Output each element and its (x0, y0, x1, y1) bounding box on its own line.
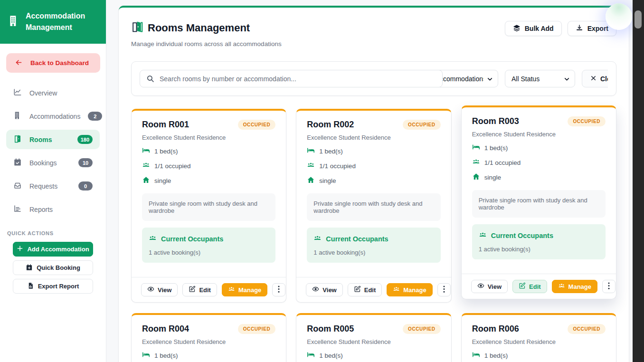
room-card: Room R005 OCCUPIED Excellence Student Re… (296, 313, 451, 362)
room-card: Room R003 OCCUPIED Excellence Student Re… (461, 105, 616, 299)
arrow-left-icon (15, 58, 23, 68)
manage-button[interactable]: Manage (552, 280, 597, 293)
sidebar-item-label: Reports (29, 206, 93, 213)
users-icon (393, 286, 400, 294)
file-report-icon (27, 282, 34, 291)
bulk-add-button[interactable]: Bulk Add (505, 21, 562, 36)
room-card: Room R002 OCCUPIED Excellence Student Re… (296, 109, 451, 303)
room-residence: Excellence Student Residence (142, 338, 275, 345)
edit-button[interactable]: Edit (348, 283, 382, 296)
calendar-check-icon (13, 158, 22, 168)
kebab-menu-icon (608, 282, 610, 291)
view-label: View (158, 286, 171, 294)
room-occupancy: 1/1 occupied (484, 159, 521, 166)
nav-badge: 2 (88, 112, 102, 121)
more-actions-button[interactable] (272, 283, 285, 296)
edit-button[interactable]: Edit (512, 280, 547, 293)
edit-label: Edit (364, 286, 376, 294)
view-button[interactable]: View (471, 280, 508, 293)
rooms-grid: Room R001 OCCUPIED Excellence Student Re… (131, 109, 616, 362)
bulk-add-label: Bulk Add (525, 25, 554, 32)
sidebar: Accommodation Management Back to Dashboa… (0, 0, 106, 362)
users-icon (472, 158, 480, 167)
quick-actions-heading: QUICK ACTIONS (7, 230, 106, 236)
manage-button[interactable]: Manage (222, 283, 267, 296)
sidebar-item-label: Accommodations (29, 113, 80, 120)
building-icon (13, 111, 22, 121)
building-icon (8, 15, 20, 29)
sidebar-item-label: Overview (29, 89, 93, 97)
nav-badge: 10 (78, 158, 93, 167)
status-badge: OCCUPIED (403, 324, 441, 334)
layers-icon (513, 24, 521, 33)
sidebar-item-overview[interactable]: Overview (6, 83, 100, 103)
quick-booking-label: Quick Booking (37, 264, 80, 271)
room-beds: 1 bed(s) (484, 144, 508, 152)
room-residence: Excellence Student Residence (307, 134, 440, 141)
app-brand: Accommodation Management (0, 0, 106, 44)
search-input[interactable] (140, 70, 443, 87)
sidebar-item-accommodations[interactable]: Accommodations 2 (6, 106, 100, 126)
sidebar-item-reports[interactable]: Reports (6, 200, 100, 219)
clear-filters-label: Clear (600, 75, 608, 83)
bed-icon (307, 146, 315, 156)
edit-icon (189, 286, 196, 294)
back-to-dashboard-button[interactable]: Back to Dashboard (6, 53, 100, 73)
view-label: View (488, 283, 502, 290)
download-icon (576, 24, 583, 33)
status-badge: OCCUPIED (238, 120, 276, 130)
room-beds: 1 bed(s) (319, 352, 343, 359)
status-badge: OCCUPIED (568, 324, 606, 334)
scrollbar-thumb[interactable] (635, 10, 642, 29)
bed-icon (142, 146, 150, 156)
bed-icon (142, 351, 150, 360)
clear-filters-button[interactable]: Clear (582, 70, 608, 87)
more-actions-button[interactable] (437, 283, 451, 296)
back-to-dashboard-label: Back to Dashboard (30, 59, 89, 67)
current-occupants-box: Current Occupants 1 active booking(s) (142, 228, 275, 263)
manage-label: Manage (568, 283, 591, 290)
sidebar-item-requests[interactable]: Requests 0 (6, 176, 100, 196)
sidebar-item-label: Requests (29, 182, 71, 190)
room-beds: 1 bed(s) (154, 148, 178, 155)
users-icon (479, 231, 487, 240)
quick-booking-button[interactable]: Quick Booking (13, 260, 93, 275)
current-occupants-heading: Current Occupants (326, 235, 388, 243)
bed-icon (307, 351, 315, 360)
room-description: Private single room with study desk and … (307, 193, 440, 221)
line-chart-icon (13, 88, 22, 98)
edit-icon (354, 286, 361, 294)
export-report-button[interactable]: Export Report (13, 279, 93, 294)
sidebar-item-rooms[interactable]: Rooms 180 (6, 130, 100, 149)
sidebar-item-label: Rooms (29, 136, 70, 143)
more-actions-button[interactable] (602, 280, 616, 293)
manage-button[interactable]: Manage (387, 283, 432, 296)
view-button[interactable]: View (306, 283, 342, 296)
add-accommodation-button[interactable]: Add Accommodation (13, 242, 93, 257)
room-residence: Excellence Student Residence (142, 134, 275, 141)
export-label: Export (587, 25, 608, 32)
room-title: Room R002 (307, 120, 354, 130)
view-button[interactable]: View (141, 283, 178, 296)
theme-toggle-button[interactable] (606, 3, 632, 30)
status-badge: OCCUPIED (568, 116, 606, 126)
scrollbar-track[interactable] (633, 0, 644, 362)
users-icon (142, 161, 150, 171)
room-beds: 1 bed(s) (484, 352, 508, 359)
room-type: single (484, 174, 501, 181)
room-card: Room R001 OCCUPIED Excellence Student Re… (131, 109, 286, 303)
edit-icon (519, 282, 526, 291)
eye-icon (147, 286, 154, 294)
users-icon (149, 234, 157, 244)
manage-label: Manage (403, 286, 426, 294)
main-panel: Rooms Management Manage individual rooms… (119, 6, 629, 362)
room-residence: Excellence Student Residence (307, 338, 440, 345)
home-icon (472, 172, 480, 182)
room-description: Private single room with study desk and … (142, 193, 275, 221)
room-residence: Excellence Student Residence (472, 338, 606, 345)
sidebar-item-label: Bookings (29, 159, 71, 167)
edit-button[interactable]: Edit (182, 283, 217, 296)
status-filter-select[interactable]: All Status (505, 70, 575, 87)
sidebar-item-bookings[interactable]: Bookings 10 (6, 153, 100, 172)
eye-icon (312, 286, 319, 294)
